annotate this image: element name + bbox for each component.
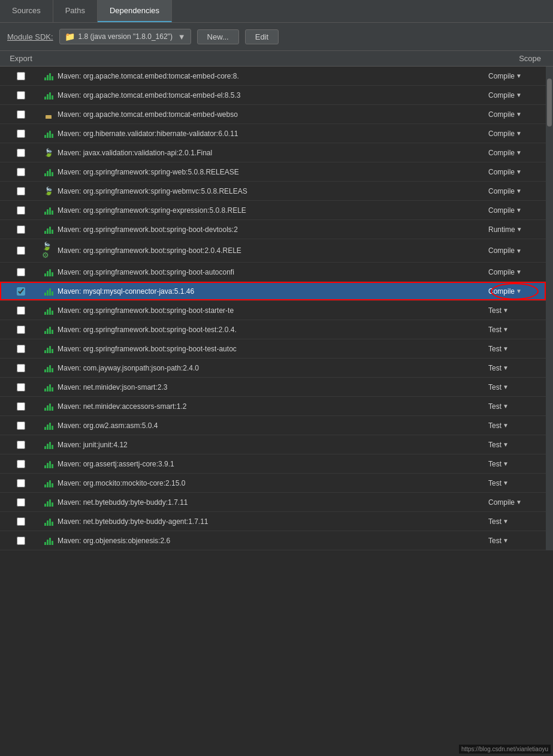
- table-row[interactable]: Maven: org.springframework.boot:spring-b…: [0, 301, 546, 320]
- dep-scope[interactable]: Test ▼: [486, 326, 546, 334]
- dep-checkbox[interactable]: [0, 326, 42, 334]
- dep-checkbox[interactable]: [0, 460, 42, 468]
- sdk-dropdown[interactable]: 📁 1.8 (java version "1.8.0_162") ▼: [59, 29, 191, 44]
- table-row[interactable]: Maven: net.minidev:accessors-smart:1.2 T…: [0, 397, 546, 416]
- scope-btn[interactable]: Compile ▼: [488, 246, 546, 255]
- table-row[interactable]: Maven: org.springframework:spring-expres…: [0, 201, 546, 220]
- dep-scope[interactable]: Compile ▼: [486, 110, 546, 119]
- scope-dropdown-arrow[interactable]: ▼: [503, 365, 512, 371]
- scope-dropdown-arrow[interactable]: ▼: [503, 384, 512, 390]
- scope-dropdown-arrow[interactable]: ▼: [516, 92, 525, 98]
- dep-checkbox[interactable]: [0, 149, 42, 157]
- dep-checkbox[interactable]: [0, 206, 42, 215]
- scope-btn[interactable]: Compile ▼: [488, 206, 546, 215]
- scope-dropdown-arrow[interactable]: ▼: [516, 499, 525, 505]
- export-checkbox[interactable]: [17, 517, 25, 526]
- export-checkbox[interactable]: [17, 206, 25, 215]
- export-checkbox[interactable]: [17, 168, 25, 176]
- scope-btn[interactable]: Compile ▼: [488, 149, 546, 157]
- dep-checkbox[interactable]: [0, 517, 42, 526]
- dep-scope[interactable]: Compile ▼: [486, 268, 546, 276]
- dep-scope[interactable]: Test ▼: [486, 345, 546, 353]
- table-row[interactable]: Maven: net.bytebuddy:byte-buddy-agent:1.…: [0, 512, 546, 531]
- scope-dropdown-arrow[interactable]: ▼: [516, 288, 525, 294]
- scope-btn[interactable]: Test ▼: [488, 517, 546, 526]
- export-checkbox[interactable]: [17, 402, 25, 411]
- export-checkbox[interactable]: [17, 72, 25, 80]
- dep-scope[interactable]: Test ▼: [486, 383, 546, 391]
- scope-btn[interactable]: Test ▼: [488, 460, 546, 468]
- scope-btn[interactable]: Test ▼: [488, 306, 546, 315]
- dep-checkbox[interactable]: [0, 168, 42, 176]
- dep-checkbox[interactable]: [0, 421, 42, 430]
- export-checkbox[interactable]: [17, 306, 25, 315]
- dep-checkbox[interactable]: [0, 479, 42, 487]
- dep-scope[interactable]: Test ▼: [486, 479, 546, 487]
- dep-checkbox[interactable]: [0, 246, 42, 255]
- scope-dropdown-arrow[interactable]: ▼: [503, 345, 512, 352]
- table-row[interactable]: Maven: net.minidev:json-smart:2.3 Test ▼: [0, 378, 546, 397]
- scope-btn[interactable]: Compile ▼: [488, 498, 546, 507]
- dep-checkbox[interactable]: [0, 91, 42, 100]
- dep-scope[interactable]: Compile ▼: [486, 246, 546, 255]
- tab-paths[interactable]: Paths: [53, 0, 98, 22]
- dep-scope[interactable]: Compile ▼: [486, 91, 546, 100]
- scope-btn[interactable]: Test ▼: [488, 326, 546, 334]
- export-checkbox[interactable]: [17, 149, 25, 157]
- table-row[interactable]: Maven: org.mockito:mockito-core:2.15.0 T…: [0, 474, 546, 493]
- tab-sources[interactable]: Sources: [0, 0, 53, 22]
- scope-dropdown-arrow[interactable]: ▼: [516, 111, 525, 118]
- edit-button[interactable]: Edit: [245, 29, 279, 44]
- dep-scope[interactable]: Compile ▼: [486, 187, 546, 195]
- table-row[interactable]: Maven: org.springframework.boot:spring-b…: [0, 263, 546, 282]
- dep-scope[interactable]: Compile ▼: [486, 168, 546, 176]
- dep-scope[interactable]: Compile ▼: [486, 287, 546, 296]
- scope-btn[interactable]: Compile ▼: [488, 268, 546, 276]
- export-checkbox[interactable]: [17, 537, 25, 545]
- table-row[interactable]: 🍃⚙ Maven: org.springframework.boot:sprin…: [0, 239, 546, 263]
- dep-checkbox[interactable]: [0, 72, 42, 80]
- export-checkbox[interactable]: [17, 345, 25, 353]
- table-row[interactable]: Maven: com.jayway.jsonpath:json-path:2.4…: [0, 359, 546, 378]
- export-checkbox[interactable]: [17, 498, 25, 507]
- scope-btn[interactable]: Test ▼: [488, 345, 546, 353]
- dep-scope[interactable]: Compile ▼: [486, 498, 546, 507]
- scope-dropdown-arrow[interactable]: ▼: [503, 480, 512, 486]
- dep-scope[interactable]: Test ▼: [486, 402, 546, 411]
- scope-dropdown-arrow[interactable]: ▼: [516, 248, 525, 254]
- scope-btn[interactable]: Compile ▼: [488, 110, 546, 119]
- dep-checkbox[interactable]: [0, 287, 42, 296]
- table-row[interactable]: Maven: org.apache.tomcat.embed:tomcat-em…: [0, 105, 546, 124]
- dep-scope[interactable]: Compile ▼: [486, 206, 546, 215]
- export-checkbox[interactable]: [17, 187, 25, 195]
- scope-dropdown-arrow[interactable]: ▼: [516, 149, 525, 156]
- export-checkbox[interactable]: [17, 287, 25, 296]
- export-checkbox[interactable]: [17, 364, 25, 372]
- dep-checkbox[interactable]: [0, 225, 42, 234]
- table-row[interactable]: Maven: org.apache.tomcat.embed:tomcat-em…: [0, 67, 546, 86]
- dep-scope[interactable]: Test ▼: [486, 517, 546, 526]
- table-row[interactable]: Maven: org.springframework:spring-web:5.…: [0, 162, 546, 182]
- dep-checkbox[interactable]: [0, 306, 42, 315]
- export-checkbox[interactable]: [17, 91, 25, 100]
- scope-dropdown-arrow[interactable]: ▼: [503, 307, 512, 314]
- table-row[interactable]: Maven: org.springframework.boot:spring-b…: [0, 220, 546, 239]
- export-checkbox[interactable]: [17, 460, 25, 468]
- scope-btn[interactable]: Compile ▼: [488, 129, 546, 138]
- table-row[interactable]: 🍃 Maven: org.springframework:spring-webm…: [0, 182, 546, 201]
- export-checkbox[interactable]: [17, 268, 25, 276]
- export-checkbox[interactable]: [17, 479, 25, 487]
- scope-btn[interactable]: Compile ▼: [488, 168, 546, 176]
- scope-dropdown-arrow[interactable]: ▼: [516, 168, 525, 175]
- scope-dropdown-arrow[interactable]: ▼: [503, 403, 512, 409]
- scope-dropdown-arrow[interactable]: ▼: [503, 326, 512, 333]
- scope-btn[interactable]: Runtime ▼: [488, 225, 546, 234]
- tab-dependencies[interactable]: Dependencies: [98, 0, 172, 22]
- scope-dropdown-arrow[interactable]: ▼: [516, 269, 525, 275]
- dep-scope[interactable]: Compile ▼: [486, 149, 546, 157]
- export-checkbox[interactable]: [17, 129, 25, 138]
- new-button[interactable]: New...: [197, 29, 239, 44]
- dep-checkbox[interactable]: [0, 402, 42, 411]
- export-checkbox[interactable]: [17, 421, 25, 430]
- scope-dropdown-arrow[interactable]: ▼: [516, 226, 526, 233]
